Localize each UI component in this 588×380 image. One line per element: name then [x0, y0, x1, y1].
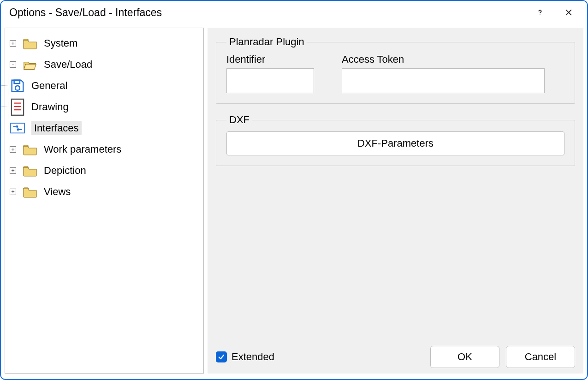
tree-label: General	[31, 80, 67, 92]
ok-button[interactable]: OK	[430, 346, 499, 368]
extended-checkbox[interactable]: Extended	[216, 351, 274, 363]
identifier-input[interactable]	[226, 68, 314, 93]
content-panel: Planradar Plugin Identifier Access Token…	[208, 28, 583, 374]
help-button[interactable]	[530, 2, 550, 23]
tree-node-work-parameters[interactable]: + Work parameters	[8, 139, 201, 160]
svg-rect-5	[12, 99, 24, 115]
tree-label: Drawing	[31, 101, 69, 113]
tree-node-depiction[interactable]: + Depiction	[8, 160, 201, 181]
folder-icon	[23, 165, 37, 177]
folder-icon	[23, 37, 37, 49]
svg-point-0	[540, 14, 540, 15]
help-icon	[535, 8, 545, 17]
tree-node-system[interactable]: + System	[8, 33, 201, 54]
expand-icon[interactable]: +	[10, 40, 16, 47]
svg-point-4	[15, 86, 20, 90]
tree-node-interfaces[interactable]: Interfaces	[8, 118, 201, 139]
extended-label: Extended	[232, 351, 274, 363]
tree-node-drawing[interactable]: Drawing	[8, 96, 201, 118]
folder-icon	[23, 143, 37, 155]
dxf-group: DXF DXF-Parameters	[216, 114, 575, 166]
checkbox-icon	[216, 351, 227, 362]
expand-icon[interactable]: +	[10, 167, 16, 174]
tree-label: Depiction	[44, 165, 86, 177]
access-token-input[interactable]	[342, 68, 545, 93]
tree-node-saveload[interactable]: - Save/Load	[8, 54, 201, 75]
expand-icon[interactable]: +	[10, 146, 16, 153]
dialog-footer: Extended OK Cancel	[216, 341, 575, 368]
expand-icon[interactable]: +	[10, 189, 16, 195]
folder-icon	[23, 186, 37, 198]
access-token-label: Access Token	[342, 53, 564, 65]
nav-tree: + System - Save/Load	[5, 28, 204, 374]
drawing-icon	[10, 101, 25, 113]
tree-label: Interfaces	[31, 121, 82, 135]
tree-label: System	[44, 37, 77, 49]
tree-node-general[interactable]: General	[8, 75, 201, 96]
dxf-parameters-button[interactable]: DXF-Parameters	[226, 131, 564, 155]
options-dialog: Options - Save/Load - Interfaces +	[0, 0, 588, 380]
interfaces-icon	[10, 122, 25, 134]
svg-rect-9	[11, 123, 24, 133]
folder-open-icon	[23, 59, 37, 71]
close-icon	[564, 8, 573, 17]
planradar-legend: Planradar Plugin	[226, 36, 307, 48]
dxf-legend: DXF	[226, 114, 252, 126]
collapse-icon[interactable]: -	[10, 61, 16, 68]
cancel-button[interactable]: Cancel	[506, 346, 575, 368]
close-button[interactable]	[558, 2, 579, 23]
svg-rect-3	[14, 80, 20, 83]
tree-node-views[interactable]: + Views	[8, 181, 201, 202]
save-disk-icon	[10, 80, 25, 92]
planradar-group: Planradar Plugin Identifier Access Token	[216, 36, 575, 104]
identifier-label: Identifier	[226, 53, 314, 65]
window-title: Options - Save/Load - Interfaces	[9, 6, 530, 19]
tree-label: Views	[44, 186, 71, 198]
titlebar: Options - Save/Load - Interfaces	[1, 1, 587, 24]
tree-label: Work parameters	[44, 143, 121, 155]
tree-label: Save/Load	[44, 59, 92, 71]
